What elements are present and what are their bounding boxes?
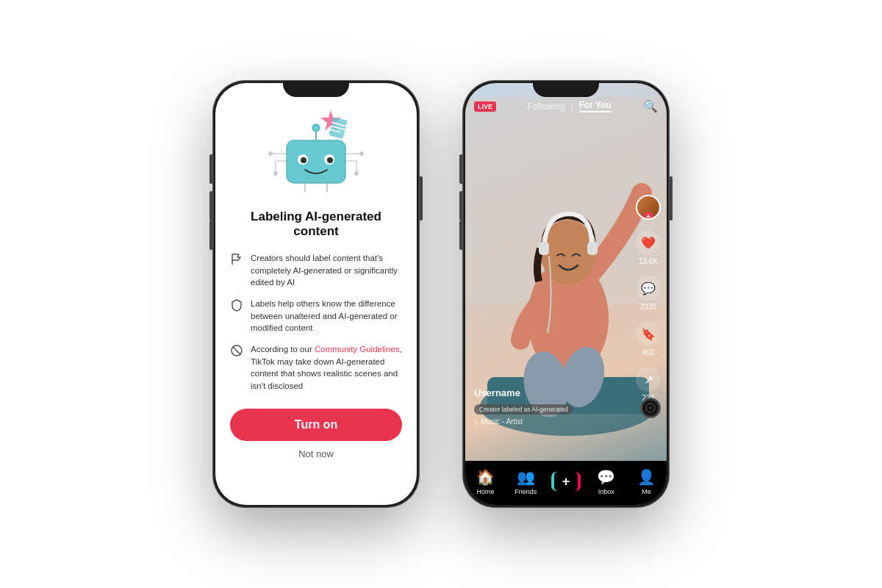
creator-avatar [636,195,661,220]
tiktok-header: LIVE Following | For You 🔍 [465,99,667,113]
creator-avatar-item[interactable] [636,195,661,220]
right-phone-screen: LIVE Following | For You 🔍 ❤️ 15.6K 💬 23… [465,83,667,505]
nav-create[interactable]: + [546,472,587,491]
svg-point-9 [359,151,364,156]
music-info: ♪ Music - Artist [474,417,626,426]
ai-illustration [265,110,368,198]
live-badge[interactable]: LIVE [474,101,496,112]
left-phone: Labeling AI-generated content Creators s… [213,81,419,507]
svg-point-2 [273,171,278,176]
shield-icon [230,298,243,312]
friends-label: Friends [514,488,537,495]
nav-inbox[interactable]: 💬 Inbox [586,468,626,495]
right-phone: LIVE Following | For You 🔍 ❤️ 15.6K 💬 23… [463,81,669,507]
comment-action[interactable]: 💬 2330 [636,276,661,311]
share-action[interactable]: ↗ 239 [636,367,661,402]
comment-count: 2330 [640,303,656,311]
svg-point-16 [327,157,333,163]
music-text: Music - Artist [481,417,523,426]
ai-point-3-text: According to our Community Guidelines, T… [251,343,402,392]
plus-icon: + [562,474,570,490]
ai-point-1: Creators should label content that's com… [230,252,402,289]
me-label: Me [642,488,651,495]
turn-on-button[interactable]: Turn on [230,409,402,441]
nav-home[interactable]: 🏠 Home [465,468,506,495]
nav-friends[interactable]: 👥 Friends [506,468,546,495]
nav-for-you[interactable]: For You [579,100,612,112]
ai-point-2: Labels help others know the difference b… [230,298,402,334]
svg-point-18 [312,124,320,132]
like-icon: ❤️ [636,230,661,255]
ai-points-list: Creators should label content that's com… [215,252,417,392]
flag-icon [230,253,243,266]
svg-point-15 [301,157,306,163]
tiktok-nav: Following | For You [528,100,612,112]
tiktok-bottom-nav: 🏠 Home 👥 Friends + 💬 Inbox 👤 Me [465,461,667,505]
left-phone-screen: Labeling AI-generated content Creators s… [215,83,417,505]
save-icon: 🔖 [636,321,661,346]
nav-me[interactable]: 👤 Me [626,468,667,495]
inbox-icon: 💬 [597,468,615,486]
save-action[interactable]: 🔖 402 [636,321,661,356]
friends-icon: 👥 [517,468,535,486]
ai-point-3: According to our Community Guidelines, T… [230,343,402,392]
svg-rect-12 [287,140,345,183]
right-phone-notch [533,81,599,97]
ai-title: Labeling AI-generated content [215,209,417,239]
community-guidelines-link[interactable]: Community Guidelines [315,345,400,354]
svg-rect-32 [539,242,549,255]
save-count: 402 [642,348,655,356]
svg-point-7 [354,171,359,176]
vinyl-disc [640,398,661,418]
create-button[interactable]: + [551,472,581,491]
like-action[interactable]: ❤️ 15.6K [636,230,661,265]
nav-following[interactable]: Following [528,101,565,112]
svg-rect-33 [587,242,598,255]
music-note-icon: ♪ [474,417,478,426]
ai-point-2-text: Labels help others know the difference b… [251,298,402,334]
comment-icon: 💬 [636,276,661,301]
tiktok-info: Username Creator labeled as AI-generated… [474,387,626,426]
video-username[interactable]: Username [474,387,626,398]
me-icon: 👤 [637,468,656,486]
inbox-label: Inbox [598,488,614,495]
ai-label-badge: Creator labeled as AI-generated [474,404,573,415]
phone-notch [283,81,349,97]
svg-point-4 [268,151,273,156]
share-icon: ↗ [636,367,661,392]
block-icon [230,344,243,357]
tiktok-actions: ❤️ 15.6K 💬 2330 🔖 402 ↗ 239 [636,195,661,402]
ai-point-1-text: Creators should label content that's com… [251,252,402,289]
home-label: Home [476,488,494,495]
search-icon[interactable]: 🔍 [643,99,658,113]
nav-divider: | [571,102,573,111]
home-icon: 🏠 [476,468,495,486]
not-now-button[interactable]: Not now [298,448,334,459]
like-count: 15.6K [639,257,658,265]
svg-line-24 [233,347,241,355]
